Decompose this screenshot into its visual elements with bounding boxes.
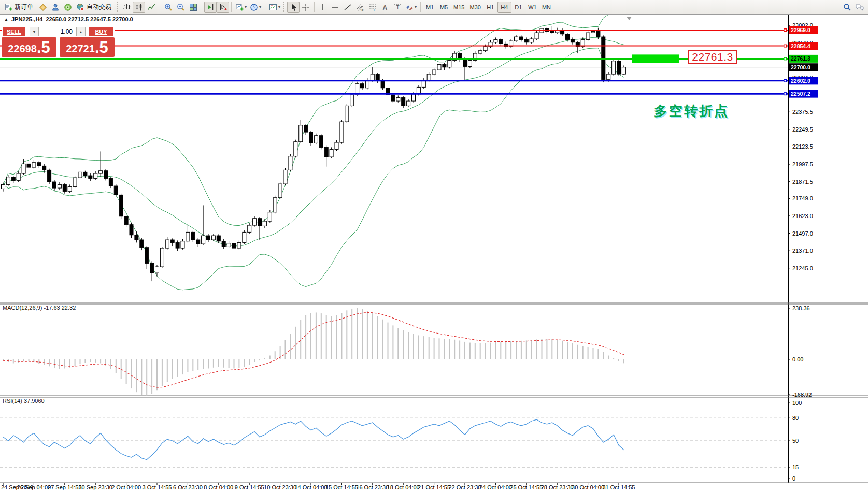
candle-body	[58, 184, 61, 188]
candle-body	[571, 39, 574, 42]
periods-button[interactable]: ▾	[248, 2, 263, 13]
main-toolbar: 新订单 自动交易	[0, 0, 868, 15]
turning-point-annotation[interactable]: 多空转折点	[654, 102, 729, 120]
candle-body	[524, 39, 528, 42]
trendline-icon	[344, 3, 352, 11]
arrows-tool-button[interactable]: ▾	[404, 2, 418, 13]
candle-body	[396, 97, 400, 101]
candle-body	[278, 184, 282, 198]
candle-body	[448, 60, 451, 67]
text-icon: A	[381, 3, 389, 11]
candle-body	[432, 70, 436, 74]
auto-scroll-button[interactable]	[204, 2, 217, 13]
time-label: 16 Oct 23:30	[356, 484, 389, 490]
chat-button[interactable]	[853, 2, 866, 13]
candle-body	[330, 149, 333, 157]
horizontal-line-tool-button[interactable]	[329, 2, 341, 13]
candle-body	[6, 177, 10, 185]
profile-button[interactable]	[49, 2, 62, 13]
volume-increase-button[interactable]: ▲	[76, 27, 86, 36]
time-label: 6 Oct 23:30	[173, 484, 203, 490]
timeframe-button-d1[interactable]: D1	[511, 2, 525, 13]
timeframe-button-m5[interactable]: M5	[437, 2, 451, 13]
time-label: 21 Oct 14:55	[418, 484, 450, 490]
candle-body	[361, 84, 364, 88]
candle-body	[294, 142, 297, 156]
sell-button[interactable]: SELL	[3, 27, 25, 36]
equidistant-channel-tool-button[interactable]: E	[354, 2, 366, 13]
auto-trading-button[interactable]: 自动交易	[74, 2, 115, 13]
candle-body	[32, 163, 36, 167]
macd-histogram-bar	[423, 336, 424, 359]
macd-histogram-bar	[285, 340, 286, 359]
macd-histogram-bar	[38, 359, 39, 364]
auto-scroll-icon	[206, 3, 215, 11]
trendline-tool-button[interactable]	[341, 2, 354, 13]
candle-body	[499, 39, 503, 44]
crosshair-tool-button[interactable]	[300, 2, 312, 13]
candle-body	[519, 37, 523, 39]
macd-histogram-bar	[234, 359, 235, 368]
market-watch-button[interactable]	[37, 2, 49, 13]
macd-histogram-bar	[75, 359, 76, 366]
candle-body	[68, 186, 72, 191]
zoom-in-button[interactable]	[162, 2, 175, 13]
templates-button[interactable]: ▾	[267, 2, 282, 13]
candle-body	[319, 136, 323, 148]
tile-windows-button[interactable]	[187, 2, 200, 13]
vertical-line-tool-button[interactable]	[317, 2, 329, 13]
signals-button[interactable]	[62, 2, 74, 13]
sell-price[interactable]: 22698 .5	[2, 37, 56, 57]
candle-body	[468, 60, 472, 66]
buy-price-main: 22721	[66, 42, 95, 55]
new-order-button[interactable]: 新订单	[2, 2, 37, 13]
timeframe-button-mn[interactable]: MN	[539, 2, 553, 13]
timeframe-button-w1[interactable]: W1	[525, 2, 539, 13]
macd-histogram-bar	[403, 330, 404, 359]
rsi-tick-label: 50	[792, 438, 799, 444]
candlestick-mode-button[interactable]	[133, 2, 145, 13]
timeframe-button-m15[interactable]: M15	[451, 2, 467, 13]
candle-body	[483, 47, 487, 51]
volume-decrease-button[interactable]: ▼	[30, 27, 39, 36]
buy-button[interactable]: BUY	[89, 27, 113, 36]
line-chart-mode-button[interactable]	[145, 2, 158, 13]
macd-histogram-bar	[382, 320, 383, 359]
cursor-tool-button[interactable]	[287, 2, 300, 13]
candle-body	[145, 248, 149, 264]
buy-price[interactable]: 22721 .5	[60, 37, 115, 57]
fibonacci-tool-button[interactable]: F	[366, 2, 379, 13]
timeframe-button-m1[interactable]: M1	[423, 2, 437, 13]
macd-histogram-bar	[392, 325, 393, 359]
text-label-tool-button[interactable]: T	[391, 2, 404, 13]
macd-histogram-bar	[439, 338, 440, 359]
candlestick-icon	[135, 3, 143, 11]
symbol-ohlc: 22650.0 22712.5 22647.5 22700.0	[46, 16, 133, 22]
candle-body	[289, 156, 292, 170]
macd-histogram-bar	[362, 309, 363, 359]
candle-body	[345, 106, 349, 122]
timeframe-button-h1[interactable]: H1	[483, 2, 497, 13]
zoom-out-button[interactable]	[175, 2, 187, 13]
timeframe-button-m30[interactable]: M30	[467, 2, 483, 13]
bar-chart-mode-button[interactable]	[120, 2, 133, 13]
chart-shift-button[interactable]	[217, 2, 229, 13]
time-label: 9 Oct 14:55	[235, 484, 264, 490]
candle-body	[63, 184, 66, 191]
macd-histogram-bar	[213, 359, 214, 368]
macd-histogram-bar	[100, 359, 101, 363]
timeframe-button-h4[interactable]: H4	[497, 2, 511, 13]
collapse-arrow-icon[interactable]: ▲	[4, 17, 8, 22]
rsi-tick-label: 0	[792, 475, 795, 482]
highlight-rectangle[interactable]	[632, 54, 679, 63]
macd-histogram-bar	[469, 343, 471, 359]
chart-canvas[interactable]: 23002.022876.022750.022624.022498.022375…	[0, 15, 868, 492]
text-tool-button[interactable]: A	[379, 2, 391, 13]
search-button[interactable]	[841, 2, 853, 13]
macd-histogram-bar	[269, 356, 271, 359]
candle-body	[17, 173, 20, 180]
price-annotation-box[interactable]: 22761.3	[688, 50, 737, 64]
candle-body	[243, 232, 246, 242]
new-chart-button[interactable]: ▾	[234, 2, 248, 13]
volume-input[interactable]	[39, 27, 76, 36]
